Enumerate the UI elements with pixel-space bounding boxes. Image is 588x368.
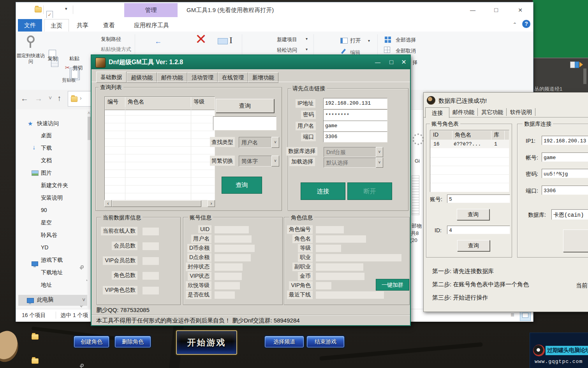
sidebar-item-folder[interactable]: YD bbox=[41, 244, 48, 251]
close-button[interactable]: ✕ bbox=[511, 5, 529, 15]
load-select[interactable]: 默认选择 bbox=[324, 158, 377, 168]
toggle-icon[interactable] bbox=[570, 61, 582, 68]
table-row-selected[interactable]: 16 é??è??... 1 bbox=[430, 140, 509, 148]
username-input[interactable]: game bbox=[323, 121, 387, 131]
table-row[interactable] bbox=[105, 169, 215, 170]
table-row[interactable] bbox=[105, 123, 215, 123]
password-input[interactable]: ******** bbox=[323, 109, 387, 121]
invert-selection-partial[interactable]: 择 bbox=[412, 59, 417, 66]
qat-dropdown-icon[interactable]: ▾ bbox=[65, 6, 67, 11]
sidebar-item-folder[interactable]: 游戏下载 bbox=[41, 257, 63, 264]
delete-character-button[interactable]: 删除角色 bbox=[115, 336, 151, 347]
delete-icon[interactable]: ✕ bbox=[195, 32, 207, 46]
ip1-input[interactable]: 192.168.200.13 bbox=[542, 136, 588, 145]
expand-chevron-icon[interactable]: ˅ bbox=[82, 297, 85, 303]
query-table[interactable]: 编号 角色名 等级 bbox=[104, 96, 215, 201]
dialog-tab-connect[interactable]: 连接 bbox=[425, 107, 449, 118]
select-all-button[interactable]: 全部选择 bbox=[396, 37, 416, 44]
gm-tab-online[interactable]: 在线管理 bbox=[218, 72, 248, 83]
ribbon-collapse-icon[interactable]: ˆ bbox=[514, 22, 516, 30]
new-item-button[interactable]: 新建项目 bbox=[277, 36, 297, 43]
id-query-button[interactable]: 查询 bbox=[457, 240, 490, 251]
scroll-left-icon[interactable]: ‹ bbox=[104, 200, 112, 207]
gm-tab-activity[interactable]: 活动管理 bbox=[187, 72, 218, 83]
sidebar-item-quick-access[interactable]: 快速访问 bbox=[37, 120, 59, 127]
gm-maximize-button[interactable]: □ bbox=[386, 58, 396, 67]
gm-tab-super[interactable]: 超级功能 bbox=[127, 72, 157, 83]
sidebar-item-folder[interactable]: 下载地址 bbox=[41, 269, 63, 276]
copy-button[interactable]: 复制 bbox=[40, 56, 65, 62]
tab-app-tools[interactable]: 应用程序工具 bbox=[125, 19, 178, 32]
dlg-db-input[interactable]: 卡恩(cain) bbox=[551, 209, 588, 220]
search-type-arrow-icon[interactable]: ˅ bbox=[271, 137, 279, 148]
account-input[interactable]: 5 bbox=[447, 195, 510, 203]
scrollbar[interactable] bbox=[583, 68, 586, 84]
table-row[interactable] bbox=[430, 174, 509, 175]
dialog-tab-help[interactable]: 软件说明 bbox=[510, 109, 532, 116]
paste-shortcut-button[interactable]: 粘贴快捷方式 bbox=[101, 46, 131, 53]
up-icon[interactable]: ↑ bbox=[57, 94, 61, 103]
table-row[interactable] bbox=[105, 177, 215, 178]
gm-tab-basic-data[interactable]: 基础数据 bbox=[96, 72, 127, 83]
join-group-button[interactable]: 一键加群 bbox=[376, 279, 409, 291]
search-input[interactable] bbox=[213, 116, 276, 130]
open-button[interactable]: 打开 bbox=[350, 37, 361, 44]
recent-chevron-icon[interactable]: ˅ bbox=[49, 95, 52, 101]
sidebar-item-downloads[interactable]: 下载 bbox=[41, 145, 52, 152]
table-row[interactable] bbox=[105, 130, 215, 131]
help-icon[interactable]: ? bbox=[522, 20, 530, 28]
sidebar-item-folder[interactable]: 星空 bbox=[41, 219, 52, 226]
forward-icon[interactable]: → bbox=[35, 94, 42, 103]
deselect-all-button[interactable]: 全部取消 bbox=[396, 47, 416, 54]
dialog-partial-button[interactable] bbox=[563, 230, 588, 252]
column-header-level[interactable]: 等级 bbox=[191, 97, 215, 110]
start-game-button[interactable]: 开始游戏 bbox=[176, 330, 237, 355]
dlg-password-input[interactable]: uu5!^%jg bbox=[542, 169, 588, 178]
open-dropdown-icon[interactable]: ▾ bbox=[368, 39, 370, 43]
sidebar-item-folder[interactable]: 地址 bbox=[41, 282, 52, 289]
account-query-button[interactable]: 查询 bbox=[457, 209, 489, 220]
ip-input[interactable]: 192.168.200.131 bbox=[323, 98, 387, 109]
quick-access-folder-icon[interactable] bbox=[35, 7, 42, 12]
scissors-icon[interactable]: ✂ bbox=[65, 64, 70, 71]
minimize-button[interactable]: — bbox=[464, 5, 482, 15]
query-top-button[interactable]: 查询 bbox=[216, 99, 274, 113]
easy-access-dropdown-icon[interactable]: ▾ bbox=[306, 47, 308, 51]
load-select-arrow-icon[interactable]: ˅ bbox=[376, 158, 383, 168]
sidebar-item-folder[interactable]: 聆风谷 bbox=[41, 232, 57, 239]
table-row[interactable] bbox=[105, 193, 215, 193]
query-table-hscrollbar[interactable]: ‹ › bbox=[104, 200, 214, 207]
search-type-select[interactable]: 用户名 bbox=[239, 137, 272, 148]
sidebar-item-folder[interactable]: 新建文件夹 bbox=[41, 182, 68, 189]
roles-table[interactable]: ID 角色名 库 16 é??è??... 1 bbox=[430, 130, 509, 192]
easy-access-button[interactable]: 轻松访问 bbox=[277, 47, 297, 54]
dialog-tab-mail[interactable]: 邮件功能 bbox=[452, 109, 474, 116]
db-select-arrow-icon[interactable]: ˅ bbox=[376, 147, 383, 157]
tab-home[interactable]: 主页 bbox=[44, 19, 69, 32]
maximize-button[interactable]: □ bbox=[487, 5, 505, 15]
dlg-port-input[interactable]: 3306 bbox=[542, 186, 588, 195]
db-select[interactable]: Dnf台服 bbox=[324, 147, 377, 157]
table-row[interactable] bbox=[430, 157, 509, 158]
end-game-button[interactable]: 结束游戏 bbox=[307, 336, 344, 347]
back-icon[interactable]: ← bbox=[21, 94, 28, 103]
scroll-thumb[interactable] bbox=[88, 117, 91, 140]
sidebar-item-this-pc[interactable]: 此电脑 bbox=[37, 296, 53, 303]
table-row[interactable] bbox=[430, 182, 509, 183]
select-channel-button[interactable]: 选择频道 bbox=[265, 336, 304, 347]
simp-trad-select[interactable]: 简体字 bbox=[239, 156, 272, 166]
table-row[interactable] bbox=[105, 161, 215, 162]
table-row[interactable] bbox=[105, 185, 215, 186]
tab-share[interactable]: 共享 bbox=[70, 19, 95, 32]
cut-button[interactable]: 剪切 bbox=[73, 65, 83, 72]
create-character-button[interactable]: 创建角色 bbox=[74, 336, 109, 347]
query-button[interactable]: 查询 bbox=[222, 177, 262, 194]
table-row[interactable] bbox=[105, 154, 215, 154]
copy-path-button[interactable]: 复制路径 bbox=[101, 36, 121, 43]
tab-view[interactable]: 查看 bbox=[97, 19, 121, 32]
scroll-thumb[interactable] bbox=[112, 200, 201, 207]
sidebar-item-pictures[interactable]: 图片 bbox=[41, 170, 52, 177]
gm-minimize-button[interactable]: — bbox=[373, 58, 383, 67]
sidebar-item-documents[interactable]: 文档 bbox=[41, 157, 52, 164]
tab-file[interactable]: 文件 bbox=[18, 19, 42, 32]
